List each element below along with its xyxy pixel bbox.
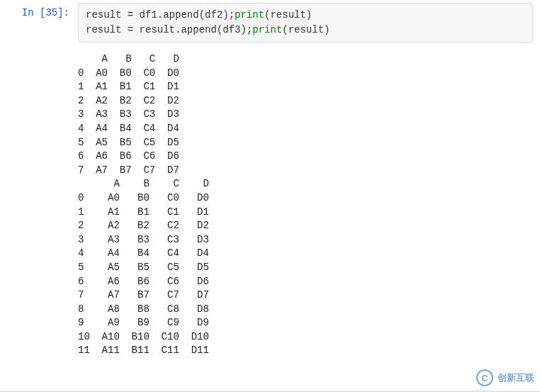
table-row: 5 A5 B5 C5 D5 (78, 261, 540, 275)
table-row: 7 A7 B7 C7 D7 (78, 289, 540, 303)
brand-name: 创新互联 (497, 371, 534, 384)
print-keyword: print (252, 24, 282, 35)
print-keyword: print (235, 9, 264, 21)
output-area: A B C D 0 A0 B0 C0 D0 1 A1 B1 C1 D1 2 A2… (0, 45, 540, 358)
code-text: (result) (264, 9, 312, 21)
table-header: A B C D (78, 52, 540, 67)
code-text: (result) (282, 24, 330, 35)
table-row: 3 A3 B3 C3 D3 (78, 233, 540, 247)
code-text: result = result.append(df3); (86, 24, 252, 35)
table-row: 4 A4 B4 C4 D4 (78, 122, 540, 136)
watermark: C 创新互联 (476, 369, 534, 386)
code-text: result = df1.append(df2); (86, 9, 235, 21)
input-cell: In [35]: result = df1.append(df2);print(… (0, 0, 540, 45)
code-line-2: result = result.append(df3);print(result… (86, 23, 525, 38)
table-row: 6 A6 B6 C6 D6 (78, 275, 540, 289)
table-header: A B C D (78, 177, 540, 191)
table-row: 2 A2 B2 C2 D2 (78, 219, 540, 233)
table-row: 10 A10 B10 C10 D10 (78, 330, 540, 345)
code-line-1: result = df1.append(df2);print(result) (86, 8, 525, 23)
table-row: 11 A11 B11 C11 D11 (78, 344, 540, 358)
table-row: 6 A6 B6 C6 D6 (78, 150, 540, 164)
table-row: 1 A1 B1 C1 D1 (78, 206, 540, 220)
table-row: 3 A3 B3 C3 D3 (78, 108, 540, 122)
table-row: 2 A2 B2 C2 D2 (78, 94, 540, 108)
table-row: 5 A5 B5 C5 D5 (78, 136, 540, 150)
table-row: 0 A0 B0 C0 D0 (78, 191, 540, 206)
table-row: 0 A0 B0 C0 D0 (78, 67, 540, 81)
input-prompt: In [35]: (0, 3, 78, 43)
code-block[interactable]: result = df1.append(df2);print(result) r… (78, 3, 533, 43)
brand-logo-icon: C (476, 369, 493, 386)
table-row: 9 A9 B9 C9 D9 (78, 316, 540, 330)
cell-content: result = df1.append(df2);print(result) r… (78, 3, 540, 43)
table-row: 8 A8 B8 C8 D8 (78, 303, 540, 317)
table-row: 7 A7 B7 C7 D7 (78, 164, 540, 178)
table-row: 4 A4 B4 C4 D4 (78, 247, 540, 261)
table-row: 1 A1 B1 C1 D1 (78, 80, 540, 94)
